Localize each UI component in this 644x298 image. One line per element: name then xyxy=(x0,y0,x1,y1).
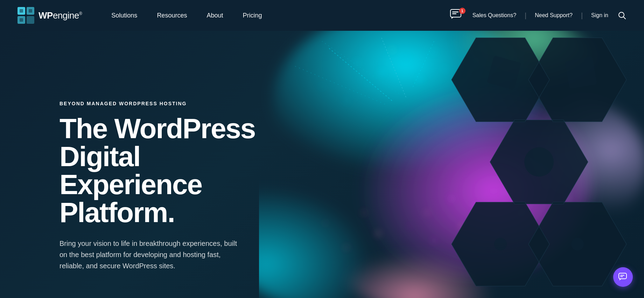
svg-point-28 xyxy=(321,86,323,87)
svg-point-64 xyxy=(494,238,507,250)
svg-point-46 xyxy=(345,247,348,249)
svg-point-25 xyxy=(391,49,393,51)
nav-link-resources[interactable]: Resources xyxy=(147,0,197,31)
svg-point-20 xyxy=(404,57,408,61)
svg-rect-5 xyxy=(29,9,32,13)
svg-point-35 xyxy=(503,191,505,193)
nav-divider-1: | xyxy=(525,12,526,20)
svg-point-18 xyxy=(380,71,383,74)
sign-in-link[interactable]: Sign in xyxy=(591,12,608,19)
powder-explosion-svg xyxy=(259,31,644,298)
search-button[interactable] xyxy=(617,10,627,21)
nav-link-about[interactable]: About xyxy=(197,0,233,31)
hero-subtext: Bring your vision to life in breakthroug… xyxy=(59,238,241,271)
svg-point-63 xyxy=(524,147,554,177)
nav-links: Solutions Resources About Pricing xyxy=(102,0,450,31)
sales-questions-link[interactable]: Sales Questions? xyxy=(472,12,516,19)
chat-notification-badge: 1 xyxy=(459,8,465,14)
svg-point-22 xyxy=(367,83,368,84)
svg-point-44 xyxy=(363,212,365,214)
logo-icon xyxy=(17,6,35,24)
nav-divider-2: | xyxy=(581,12,583,20)
nav-item-about[interactable]: About xyxy=(197,0,233,31)
svg-rect-67 xyxy=(565,57,597,89)
svg-point-23 xyxy=(419,78,421,81)
svg-point-21 xyxy=(433,51,435,53)
hero-eyebrow: BEYOND MANAGED WORDPRESS HOSTING xyxy=(59,101,298,106)
svg-rect-6 xyxy=(20,18,23,22)
hero-content: BEYOND MANAGED WORDPRESS HOSTING The Wor… xyxy=(59,101,298,271)
svg-point-19 xyxy=(356,61,358,63)
svg-point-65 xyxy=(571,238,584,250)
svg-point-27 xyxy=(345,100,348,102)
chat-widget-icon xyxy=(618,273,628,281)
svg-point-33 xyxy=(426,212,428,214)
hero-section: BEYOND MANAGED WORDPRESS HOSTING The Wor… xyxy=(0,31,644,298)
svg-point-40 xyxy=(433,240,435,242)
hero-headline: The WordPress Digital Experience Platfor… xyxy=(59,115,298,227)
nav-link-pricing[interactable]: Pricing xyxy=(233,0,272,31)
nav-item-resources[interactable]: Resources xyxy=(147,0,197,31)
nav-link-solutions[interactable]: Solutions xyxy=(102,0,147,31)
svg-point-47 xyxy=(325,222,326,224)
svg-rect-70 xyxy=(620,276,623,277)
logo[interactable]: WPengine® xyxy=(17,6,82,24)
nav-item-pricing[interactable]: Pricing xyxy=(233,0,272,31)
logo-normal: engine xyxy=(53,10,79,21)
search-icon xyxy=(618,12,626,19)
svg-rect-8 xyxy=(452,12,458,13)
svg-line-11 xyxy=(623,17,625,19)
svg-rect-68 xyxy=(619,273,626,279)
hero-headline-line1: The WordPress Digital xyxy=(59,113,255,172)
svg-rect-69 xyxy=(620,275,624,276)
svg-rect-4 xyxy=(20,9,23,13)
svg-rect-9 xyxy=(452,13,456,14)
svg-point-36 xyxy=(409,226,410,227)
main-nav: WPengine® Solutions Resources About Pric… xyxy=(0,0,644,31)
nav-item-solutions[interactable]: Solutions xyxy=(102,0,147,31)
need-support-link[interactable]: Need Support? xyxy=(535,12,573,19)
svg-point-32 xyxy=(450,197,453,200)
svg-point-24 xyxy=(443,68,446,70)
svg-rect-3 xyxy=(27,16,34,24)
hero-headline-line2: Experience Platform. xyxy=(59,169,202,228)
hero-visual xyxy=(259,31,644,298)
svg-point-45 xyxy=(377,232,379,235)
logo-bold: WP xyxy=(38,10,53,21)
logo-trademark: ® xyxy=(79,11,82,16)
sales-chat-icon-wrapper[interactable]: 1 xyxy=(450,9,464,22)
chat-widget-button[interactable] xyxy=(613,267,633,287)
nav-right: 1 Sales Questions? | Need Support? | Sig… xyxy=(450,9,627,22)
